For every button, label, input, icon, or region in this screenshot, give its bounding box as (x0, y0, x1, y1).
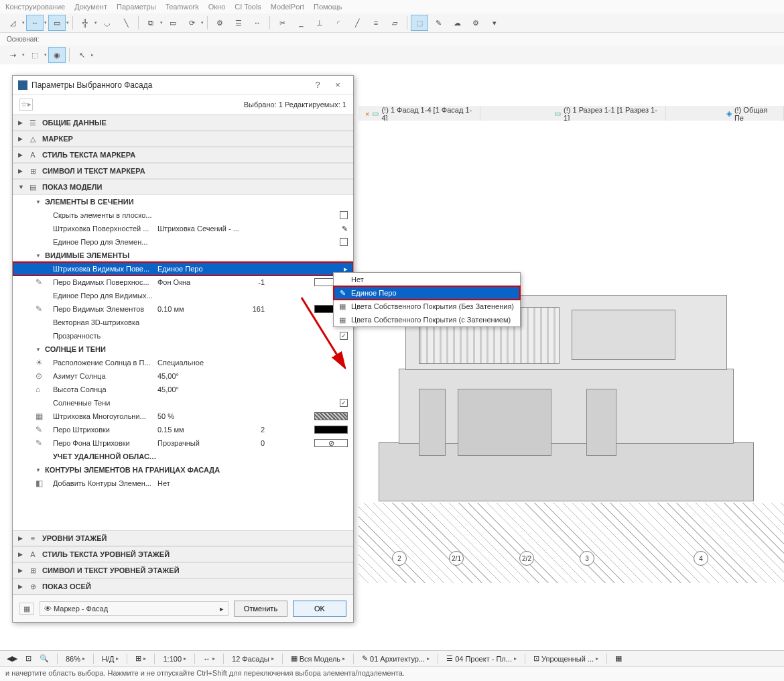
tool-settings-icon[interactable]: ⚙ (467, 15, 484, 31)
group-levels-text[interactable]: ▶AСТИЛЬ ТЕКСТА УРОВНЕЙ ЭТАЖЕЙ (13, 546, 353, 562)
tool-cloud-icon[interactable]: ☁ (448, 15, 466, 31)
tab-3d[interactable]: ◈ (!) Общая Пе (720, 106, 784, 121)
group-levels-symbol[interactable]: ▶⊞СИМВОЛ И ТЕКСТ УРОВНЕЙ ЭТАЖЕЙ (13, 562, 353, 578)
dd-item-single-pen[interactable]: ✎Единое Перо (334, 286, 520, 300)
group-axes-display[interactable]: ▶⊕ПОКАЗ ОСЕЙ (13, 578, 353, 595)
subheader-cut[interactable]: ▼ЭЛЕМЕНТЫ В СЕЧЕНИИ (13, 195, 353, 208)
subheader-sun[interactable]: ▼СОЛНЦЕ И ТЕНИ (13, 343, 353, 356)
prop-polygon-hatch[interactable]: ▦Штриховка Многоугольни...50 % (13, 410, 353, 423)
prop-sun-azimuth[interactable]: ⊙Азимут Солнца45,00° (13, 369, 353, 383)
prop-single-pen-visible[interactable]: Единое Перо для Видимых...✓ (13, 289, 353, 302)
menu-item[interactable]: Окно (208, 3, 226, 11)
sb-zoom-icon[interactable]: 🔍 (37, 654, 52, 663)
prop-hide-elements[interactable]: Скрыть элементы в плоско... (13, 208, 353, 222)
sb-na[interactable]: Н/Д ▸ (99, 655, 121, 663)
menu-item[interactable]: Конструирование (5, 3, 65, 11)
group-marker-text-style[interactable]: ▶AСТИЛЬ ТЕКСТА МАРКЕРА (13, 147, 353, 163)
prop-visible-elements-pen[interactable]: ✎Перо Видимых Элементов0.10 мм161 (13, 302, 353, 316)
tool-cut-icon[interactable]: ✂ (273, 15, 291, 31)
prop-transparency[interactable]: Прозрачность✓ (13, 329, 353, 343)
subheader-visible[interactable]: ▼ВИДИМЫЕ ЭЛЕМЕНТЫ (13, 249, 353, 262)
subheader-contours[interactable]: ▼КОНТУРЫ ЭЛЕМЕНТОВ НА ГРАНИЦАХ ФАСАДА (13, 463, 353, 477)
prop-hatch-bg-pen[interactable]: ✎Перо Фона ШтриховкиПрозрачный0⊘ (13, 436, 353, 450)
sb-zoomfit-icon[interactable]: ⊡ (23, 654, 34, 663)
sb-layer[interactable]: ✎ 01 Архитектур... ▸ (359, 654, 432, 663)
tool-attrib-icon[interactable]: ⚙ (211, 15, 228, 31)
cancel-button[interactable]: Отменить (234, 601, 287, 617)
tool-layer-icon[interactable]: ☰ (230, 15, 247, 31)
checkbox[interactable] (340, 238, 348, 246)
prop-sun-altitude[interactable]: ⌂Высота Солнца45,00° (13, 383, 353, 396)
tool-arc-icon[interactable]: ◡ (99, 15, 116, 31)
sb-orient-icon[interactable]: ⊞ ▸ (133, 654, 149, 663)
sb-nav-icon[interactable]: ◀▶ (4, 654, 20, 663)
checkbox[interactable]: ✓ (340, 399, 348, 407)
tool-dropdown-icon[interactable]: ▾ (486, 15, 503, 31)
tool-select-icon[interactable]: ⬚ (411, 15, 428, 31)
sb-model[interactable]: ▦ Вся Модель ▸ (288, 654, 348, 663)
group-general[interactable]: ▶☰ОБЩИЕ ДАННЫЕ (13, 115, 353, 131)
group-marker[interactable]: ▶△МАРКЕР (13, 131, 353, 147)
prop-visible-surface-pen[interactable]: ✎Перо Видимых Поверхнос...Фон Окна-1 (13, 275, 353, 289)
sb-dim-icon[interactable]: ↔ ▸ (200, 655, 218, 663)
favorite-button[interactable]: ☆▸ (19, 99, 33, 111)
tool-extend-icon[interactable]: ⊥ (311, 15, 328, 31)
mini-tool-3-icon[interactable]: ◉ (48, 47, 66, 63)
mini-tool-1-icon[interactable]: ⇢ (4, 47, 21, 63)
dd-item-own-colors-shade[interactable]: ▦Цвета Собственного Покрытия (с Затенени… (334, 313, 520, 326)
tool-offset-icon[interactable]: ≡ (367, 15, 385, 31)
tool-rotate-icon[interactable]: ⟳ (183, 15, 200, 31)
prop-sun-position[interactable]: ☀Расположение Солнца в П...Специальное (13, 356, 353, 369)
tool-fillet-icon[interactable]: ◜ (330, 15, 347, 31)
close-button[interactable]: × (328, 80, 348, 90)
mini-tool-2-icon[interactable]: ⬚ (26, 47, 44, 63)
group-model-display[interactable]: ▼▤ПОКАЗ МОДЕЛИ (13, 179, 353, 195)
sb-zoom-value[interactable]: 86% ▸ (63, 655, 88, 663)
sb-penset[interactable]: ☰ 04 Проект - Пл... ▸ (444, 654, 519, 663)
checkbox[interactable] (340, 211, 348, 219)
tool-measure-icon[interactable]: ↔ (249, 15, 266, 31)
sb-view[interactable]: 12 Фасады ▸ (229, 655, 277, 663)
prop-surface-hatch[interactable]: Штриховка Поверхностей ...Штриховка Сече… (13, 222, 353, 235)
tool-trim-icon[interactable]: ⎯ (292, 15, 310, 31)
tool-mirror-icon[interactable]: ▱ (386, 15, 403, 31)
menu-item[interactable]: Teamwork (166, 3, 199, 11)
ok-button[interactable]: OK (293, 601, 346, 617)
prop-removed-area[interactable]: УЧЕТ УДАЛЕННОЙ ОБЛАСТИ (13, 450, 353, 463)
menu-item[interactable]: ModelPort (271, 3, 304, 11)
dd-item-own-colors-noshade[interactable]: ▦Цвета Собственного Покрытия (Без Затене… (334, 300, 520, 313)
tab-section[interactable]: ▭ (!) 1 Разрез 1-1 [1 Разрез 1-1] (547, 106, 666, 121)
group-marker-symbol[interactable]: ▶⊞СИМВОЛ И ТЕКСТ МАРКЕРА (13, 163, 353, 179)
prop-single-pen-elements[interactable]: Единое Перо для Элемен... (13, 235, 353, 249)
sb-extra-icon[interactable]: ▦ (612, 654, 625, 663)
prop-hatch-pen[interactable]: ✎Перо Штриховки0.15 мм2 (13, 423, 353, 436)
tool-angle-icon[interactable]: ◿ (4, 15, 21, 31)
tool-grid-icon[interactable]: ╬ (76, 15, 94, 31)
tool-copy-icon[interactable]: ⧉ (142, 15, 159, 31)
footer-layer-icon[interactable]: ▦ (19, 603, 34, 615)
prop-vector-3d-hatch[interactable]: Векторная 3D-штриховка✓ (13, 316, 353, 329)
menu-item[interactable]: Параметры (117, 3, 156, 11)
prop-visible-surface-hatch[interactable]: Штриховка Видимых Пове...Единое Перо▸ (13, 262, 353, 275)
menu-item[interactable]: Помощь (314, 3, 342, 11)
tool-move-icon[interactable]: ▭ (164, 15, 182, 31)
tool-line-icon[interactable]: ╲ (117, 15, 135, 31)
tool-split-icon[interactable]: ╱ (348, 15, 366, 31)
tab-facade[interactable]: × ▭ (!) 1 Фасад 1-4 [1 Фасад 1-4] (358, 106, 480, 121)
sb-renovation[interactable]: ⊡ Упрощенный ... ▸ (531, 654, 601, 663)
sb-scale[interactable]: 1:100 ▸ (160, 655, 189, 663)
tool-dimension-icon[interactable]: ↔ (26, 15, 44, 31)
help-button[interactable]: ? (308, 80, 328, 90)
menu-item[interactable]: Документ (74, 3, 107, 11)
prop-sun-shadows[interactable]: Солнечные Тени✓ (13, 396, 353, 410)
group-story-levels[interactable]: ▶≡УРОВНИ ЭТАЖЕЙ (13, 530, 353, 546)
checkbox[interactable]: ✓ (340, 332, 348, 340)
marker-type-field[interactable]: 👁 Маркер - Фасад▸ (40, 601, 228, 616)
tool-magic-icon[interactable]: ✎ (430, 15, 447, 31)
mini-cursor-icon[interactable]: ↖ (73, 47, 90, 63)
dd-item-none[interactable]: Нет (334, 273, 520, 286)
menu-item[interactable]: CI Tools (235, 3, 261, 11)
prop-add-contours[interactable]: ◧Добавить Контуры Элемен...Нет (13, 477, 353, 490)
dialog-titlebar[interactable]: Параметры Выбранного Фасада ? × (13, 76, 353, 95)
tool-level-icon[interactable]: ▭ (48, 15, 66, 31)
